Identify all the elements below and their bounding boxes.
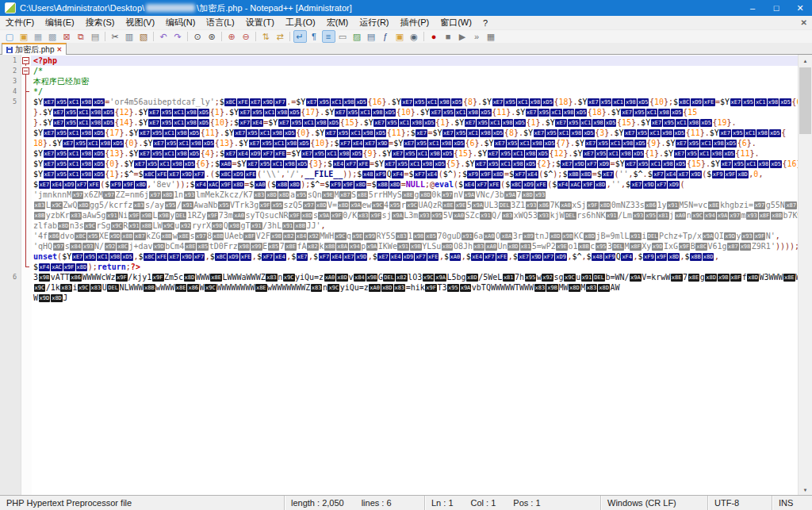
toolbar-close-icon[interactable]: ⊠ [60, 30, 74, 43]
minimize-button[interactable]: – [741, 0, 764, 16]
toolbar-find-icon[interactable]: ⊙ [191, 30, 205, 43]
toolbar-document-list-icon[interactable]: ▤ [365, 30, 378, 43]
hex-byte-box: xC1 [78, 109, 90, 117]
hex-byte-box: xD5 [203, 140, 215, 148]
fold-marker-box-icon[interactable] [21, 56, 31, 66]
toolbar-function-list-icon[interactable]: ƒ [379, 30, 393, 43]
editor-area[interactable]: 1<?php2/*3本程序已经加密4*/5$YxE7x95xC1x98xD5='… [0, 55, 812, 496]
status-insert-mode[interactable]: INS [772, 496, 812, 510]
code-text[interactable]: 'qHQx97sx84x93N/x92x8Cj+davx9DbCm4x8Ex85… [31, 241, 799, 251]
code-token: $Y [433, 128, 442, 137]
code-text[interactable]: zlfabx8Dn3sx9CrSgx9CRx91x8BLWx9Cux92ryrX… [31, 220, 799, 231]
toolbar-paste-icon[interactable]: ▧ [137, 30, 151, 43]
code-text[interactable]: '4fx86dvox8Cx95XEx9Dx8Bx87kZGx8Bwx8Esx97… [31, 231, 799, 241]
toolbar-copy-icon[interactable]: ▥ [123, 30, 136, 43]
toolbar-macro-record-icon[interactable]: ● [427, 30, 441, 43]
vertical-scrollbar[interactable]: ▲ ▼ [798, 55, 812, 496]
menu-plugins[interactable]: 插件(P) [395, 16, 435, 29]
menu-view[interactable]: 视图(V) [120, 16, 160, 29]
code-text[interactable]: */ [31, 86, 799, 97]
close-button[interactable]: ✕ [788, 0, 812, 16]
code-text[interactable]: x9C/1kx83ix9Cx83UDELNLWWWx8BwWWWx8Ex86Wx… [31, 282, 799, 293]
toolbar-zoom-in-icon[interactable]: ⊕ [225, 30, 239, 43]
code-text[interactable]: $YxE7x95xC1x98xD5='or4m56auibeptdcaf_ly'… [31, 97, 799, 107]
code-text[interactable]: x8ByzbKrx83aAw5gx91Nix9Fx9BLx9ByDEL1RZyx… [31, 210, 799, 220]
menu-tools[interactable]: 工具(O) [280, 16, 321, 29]
menu-help[interactable]: ? [477, 16, 493, 29]
menu-window[interactable]: 窗口(W) [435, 16, 477, 29]
toolbar-open-folder-icon[interactable]: ▣ [17, 30, 31, 43]
code-token: $ [587, 252, 592, 261]
code-text[interactable]: Wx9Dx8DJ [31, 293, 799, 303]
status-eol-format[interactable]: Windows (CR LF) [600, 496, 707, 510]
scrollbar-thumb[interactable] [799, 67, 811, 134]
close-document-icon[interactable]: ✕ [801, 18, 807, 27]
toolbar-sync-vertical-icon[interactable]: ⇅ [259, 30, 273, 43]
menu-macro[interactable]: 宏(M) [321, 16, 354, 29]
toolbar-macro-run-multiple-icon[interactable]: » [470, 30, 484, 43]
hex-byte-box: xE7 [306, 98, 318, 106]
toolbar-replace-icon[interactable]: ⊛ [205, 30, 219, 43]
toolbar-redo-icon[interactable]: ↷ [171, 30, 185, 43]
code-text[interactable]: $YxE7x95xC1x98xD5{0}.$YxE7x95xC1x98xD5{6… [31, 159, 799, 169]
toolbar-undo-icon[interactable]: ↶ [157, 30, 170, 43]
menu-settings[interactable]: 设置(T) [240, 16, 280, 29]
code-text[interactable]: $YxE7x95xC1x98xD5{17}.$YxE7x95xC1x98xD5{… [31, 128, 799, 138]
code-area[interactable]: 1<?php2/*3本程序已经加密4*/5$YxE7x95xC1x98xD5='… [0, 56, 799, 303]
code-text[interactable]: $xF4xACx9Fx8D);return;?> [31, 262, 799, 272]
hex-byte-box: x8D [338, 201, 350, 209]
menu-edit[interactable]: 编辑(E) [40, 16, 80, 29]
code-text[interactable]: }.$YxE7x95xC1x98xD5{12}.$YxE7x95xC1x98xD… [31, 107, 799, 117]
status-encoding[interactable]: UTF-8 [707, 496, 772, 510]
code-text[interactable]: /* [31, 66, 799, 76]
menu-language[interactable]: 语言(L) [201, 16, 239, 29]
code-text[interactable]: 'jmnknnMx97x6ZMx97ZZ=nm6jx97x8D1nx93lmMe… [31, 190, 799, 200]
toolbar-close-all-icon[interactable]: ⧉ [75, 30, 88, 43]
tab-encrypted-php[interactable]: 加密后.php ✕ [2, 43, 67, 55]
toolbar-word-wrap-icon[interactable]: ↵ [293, 30, 307, 43]
hex-byte-box: x9C [283, 274, 295, 282]
toolbar-user-defined-dialog-icon[interactable]: ▭ [336, 30, 350, 43]
toolbar-new-file-icon[interactable]: ▢ [3, 30, 17, 43]
maximize-button[interactable]: □ [764, 0, 788, 16]
toolbar-save-icon[interactable]: ▦ [32, 30, 45, 43]
code-text[interactable]: unset($YxE7x95xC1x98xD5,$x8CxFExE7x9DxF7… [31, 251, 799, 262]
menu-encoding[interactable]: 编码(N) [160, 16, 201, 29]
menu-search[interactable]: 搜索(S) [80, 16, 121, 29]
code-token: $ [257, 252, 262, 261]
code-text[interactable]: }.$YxE7x95xC1x98xD5{14}.$YxE7x95xC1x98xD… [31, 117, 799, 128]
code-row: 1<?php [0, 56, 799, 66]
toolbar-indent-guide-icon[interactable]: ≡ [322, 30, 335, 43]
scroll-up-arrow-icon[interactable]: ▲ [799, 55, 812, 67]
toolbar-folder-as-workspace-icon[interactable]: ▣ [393, 30, 407, 43]
code-text[interactable]: x83Lx9CZwQx8Dgg5/kcrfzx83s/ayx95/x91AwaN… [31, 200, 799, 210]
code-text[interactable]: 18}.$YxE7x95xC1x98xD5{0}.$YxE7x95xC1x98x… [31, 138, 799, 148]
toolbar-macro-save-icon[interactable]: ▦ [485, 30, 498, 43]
toolbar-cut-icon[interactable]: ✂ [109, 30, 122, 43]
toolbar-show-all-characters-icon[interactable]: ¶ [308, 30, 321, 43]
code-token: $ [210, 252, 215, 261]
code-text[interactable]: 3x9BvATTx86WWWWcWzx9F/kjy1x9FZm5cx8DWWWx… [31, 272, 799, 282]
hex-byte-box: x8D [703, 253, 714, 261]
menu-file[interactable]: 文件(F) [0, 16, 40, 29]
toolbar-document-map-icon[interactable]: ▨ [350, 30, 364, 43]
menu-run[interactable]: 运行(R) [354, 16, 394, 29]
code-text[interactable]: $YxE7x95xC1x98xD5{1};$^=$x8CxFExE7x9DxF7… [31, 169, 799, 179]
code-text[interactable]: <?php [31, 56, 799, 66]
code-token: $ [215, 159, 220, 168]
tab-close-icon[interactable]: ✕ [56, 46, 62, 53]
toolbar-file-monitoring-icon[interactable]: ◉ [408, 30, 421, 43]
code-text[interactable]: $YxE7x95xC1x98xD5{13}.$YxE7x95xC1x98xD5{… [31, 148, 799, 159]
toolbar-macro-stop-icon[interactable]: ■ [442, 30, 455, 43]
hex-byte-box: x95 [318, 98, 330, 106]
toolbar-print-icon[interactable]: ▤ [89, 30, 102, 43]
fold-marker-box-icon[interactable] [21, 66, 31, 76]
toolbar-sync-horizontal-icon[interactable]: ⇄ [274, 30, 287, 43]
toolbar-save-all-icon[interactable]: ▩ [46, 30, 59, 43]
code-text[interactable]: $xE7xE4xD9xF7xFE($xF9x9Fx8D,'8ev'));$xF4… [31, 179, 799, 190]
toolbar-macro-play-icon[interactable]: ▶ [456, 30, 469, 43]
toolbar-zoom-out-icon[interactable]: ⊖ [239, 30, 253, 43]
hex-byte-box: xE7 [139, 150, 151, 158]
scroll-down-arrow-icon[interactable]: ▼ [799, 484, 812, 496]
code-text[interactable]: 本程序已经加密 [31, 76, 799, 86]
